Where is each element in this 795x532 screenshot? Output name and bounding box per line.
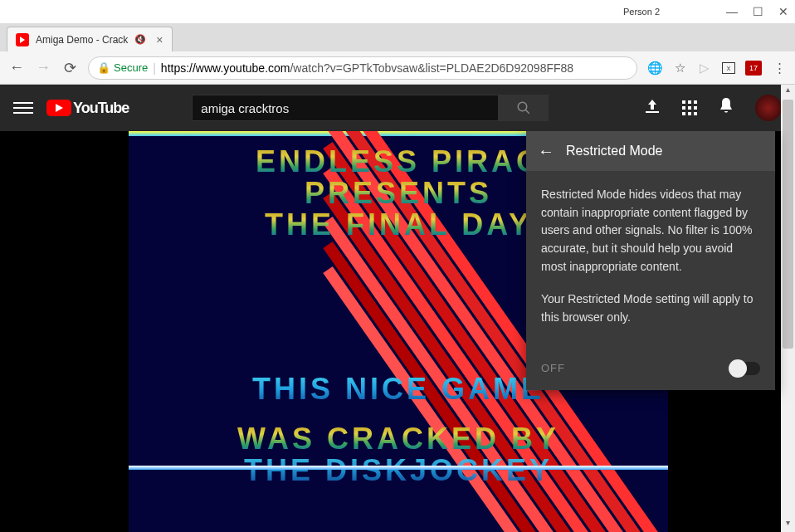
tab-title: Amiga Demo - Crack: [36, 34, 128, 46]
scroll-up-icon[interactable]: ▴: [781, 85, 795, 99]
youtube-play-icon: [46, 100, 71, 116]
minimize-icon[interactable]: —: [726, 5, 738, 18]
demo-line-5: WAS CRACKED BY: [129, 423, 668, 455]
window-controls: — ☐ ✕: [726, 5, 788, 18]
scrollbar-thumb[interactable]: [783, 100, 793, 349]
back-button[interactable]: ←: [8, 60, 25, 76]
panel-description-2: Your Restricted Mode setting will apply …: [541, 290, 760, 326]
demo-line-6: THE DISKJOCKEY: [129, 455, 668, 486]
search-form: [192, 95, 549, 121]
browser-tabstrip: Amiga Demo - Crack 🔇 ×: [0, 23, 795, 51]
youtube-header: YouTube: [0, 85, 795, 131]
adblock-badge-icon[interactable]: 17: [745, 61, 762, 76]
vertical-scrollbar[interactable]: ▴ ▾: [781, 85, 795, 532]
avatar[interactable]: [755, 95, 782, 121]
url-text: https://www.youtube.com/watch?v=GPTkTobv…: [161, 61, 573, 75]
secure-label: Secure: [114, 61, 148, 74]
maximize-icon[interactable]: ☐: [753, 5, 763, 18]
lock-icon: 🔒: [97, 61, 110, 74]
svg-line-1: [526, 110, 530, 114]
search-input[interactable]: [192, 95, 499, 121]
panel-description-1: Restricted Mode hides videos that may co…: [541, 186, 760, 276]
extension-icon[interactable]: x: [722, 62, 735, 74]
hamburger-icon[interactable]: [13, 98, 33, 118]
header-actions: [644, 95, 782, 121]
menu-icon[interactable]: ⋮: [772, 61, 787, 76]
youtube-favicon-icon: [16, 33, 29, 46]
youtube-logo[interactable]: YouTube: [46, 100, 129, 117]
apps-icon[interactable]: [682, 100, 697, 115]
upload-icon[interactable]: [644, 100, 661, 117]
panel-title: Restricted Mode: [566, 144, 663, 159]
tab-close-icon[interactable]: ×: [156, 33, 163, 46]
youtube-logo-text: YouTube: [73, 100, 129, 117]
notifications-icon[interactable]: [719, 98, 734, 119]
tab-audio-icon[interactable]: 🔇: [134, 34, 146, 45]
reload-button[interactable]: ⟳: [61, 60, 78, 76]
browser-tab[interactable]: Amiga Demo - Crack 🔇 ×: [7, 27, 173, 51]
panel-back-icon[interactable]: ←: [538, 142, 554, 161]
cast-icon[interactable]: ▷: [697, 61, 712, 76]
svg-point-0: [519, 102, 528, 111]
search-button[interactable]: [499, 95, 549, 121]
panel-header: ← Restricted Mode: [526, 131, 775, 171]
window-titlebar: Person 2 — ☐ ✕: [0, 0, 795, 23]
browser-addressbar: ← → ⟳ 🔒 Secure | https://www.youtube.com…: [0, 51, 795, 85]
search-icon: [516, 100, 531, 115]
profile-label: Person 2: [623, 7, 660, 17]
scroll-down-icon[interactable]: ▾: [781, 518, 795, 532]
restricted-mode-toggle[interactable]: [729, 362, 760, 375]
restricted-mode-panel: ← Restricted Mode Restricted Mode hides …: [526, 131, 775, 390]
translate-icon[interactable]: 🌐: [647, 61, 662, 76]
secure-indicator: 🔒 Secure: [97, 61, 148, 74]
close-icon[interactable]: ✕: [778, 5, 788, 18]
url-input[interactable]: 🔒 Secure | https://www.youtube.com/watch…: [88, 56, 637, 80]
star-icon[interactable]: ☆: [672, 61, 687, 76]
page-content: ENDLESS PIRAC PRESENTS THE FINAL DAY THI…: [0, 131, 795, 532]
forward-button: →: [35, 60, 51, 76]
panel-body: Restricted Mode hides videos that may co…: [526, 171, 775, 354]
toggle-label: OFF: [541, 362, 565, 374]
addressbar-icons: 🌐 ☆ ▷ x 17 ⋮: [647, 61, 787, 76]
restricted-mode-toggle-row: OFF: [526, 354, 775, 390]
toggle-knob: [729, 359, 747, 378]
